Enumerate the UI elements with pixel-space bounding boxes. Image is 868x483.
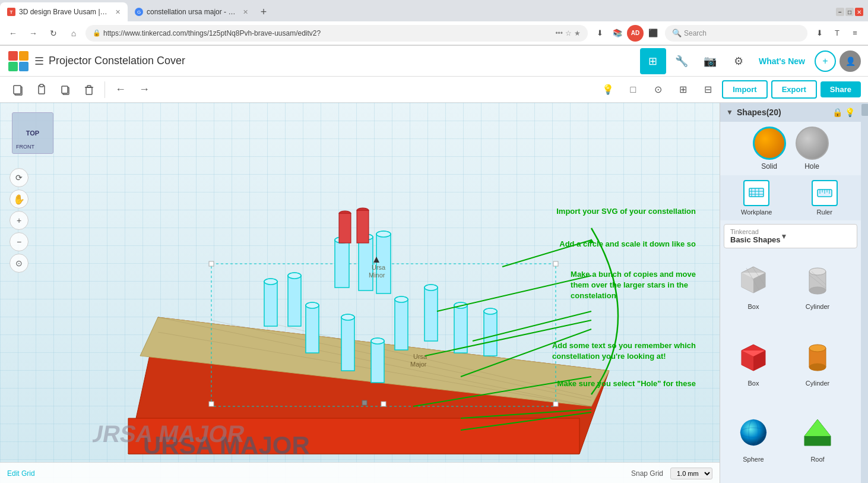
panel-scrollbar[interactable] bbox=[861, 103, 868, 483]
back-button[interactable]: ← bbox=[5, 25, 21, 42]
shape-item-box-red[interactable]: Box bbox=[724, 332, 783, 404]
shape-category[interactable]: Tinkercad Basic Shapes ▼ bbox=[724, 224, 857, 248]
redo-button[interactable]: → bbox=[134, 79, 155, 100]
forward-button[interactable]: → bbox=[25, 25, 42, 42]
svg-text:URSA MAJOR: URSA MAJOR bbox=[93, 421, 247, 447]
ungroup-tool-btn[interactable]: ⊟ bbox=[697, 79, 718, 100]
close-btn[interactable]: ✕ bbox=[855, 8, 863, 16]
view-cube[interactable]: TOP FRONT bbox=[12, 112, 59, 160]
snap-grid-select[interactable]: 1.0 mm 0.5 mm 2.0 mm bbox=[670, 468, 712, 479]
svg-point-50 bbox=[425, 285, 438, 291]
extensions-icon[interactable]: ⬛ bbox=[645, 25, 661, 42]
download-icon[interactable]: ⬇ bbox=[591, 25, 608, 42]
svg-rect-19 bbox=[553, 261, 558, 266]
search-box[interactable]: 🔍 Search bbox=[665, 25, 807, 42]
svg-text:Minor: Minor bbox=[369, 272, 385, 279]
lightbulb-icon[interactable]: 💡 bbox=[845, 108, 855, 117]
shape-item-box-gray[interactable]: Box bbox=[724, 255, 783, 327]
annotation-1: Import your SVG of your constellation bbox=[556, 207, 696, 216]
build-tool-btn[interactable]: 🔧 bbox=[669, 48, 695, 74]
svg-rect-61 bbox=[339, 213, 351, 243]
cylinder-orange-icon bbox=[797, 336, 838, 377]
scroll-thumb[interactable] bbox=[861, 104, 868, 116]
solid-circle bbox=[753, 127, 786, 160]
delete-button[interactable] bbox=[78, 79, 100, 100]
tab-google[interactable]: G constellation ursa major - Google... ✕ bbox=[128, 2, 255, 21]
import-button[interactable]: Import bbox=[722, 80, 767, 99]
home-button[interactable]: ⌂ bbox=[65, 25, 82, 42]
maximize-btn[interactable]: □ bbox=[845, 8, 854, 16]
photo-btn[interactable]: 📷 bbox=[697, 48, 723, 74]
lock-icon[interactable]: 🔒 bbox=[832, 108, 842, 117]
url-box[interactable]: 🔒 https://www.tinkercad.com/things/1z5pt… bbox=[85, 25, 588, 42]
tab-favicon-2: G bbox=[135, 8, 143, 16]
copy-button[interactable] bbox=[7, 79, 28, 100]
url-text: https://www.tinkercad.com/things/1z5ptNq… bbox=[103, 29, 553, 37]
new-tab-button[interactable]: + bbox=[255, 4, 272, 20]
user-avatar[interactable]: 👤 bbox=[840, 50, 861, 72]
light-tool-btn[interactable]: 💡 bbox=[597, 79, 619, 100]
mirror-tool-btn[interactable]: ⊙ bbox=[647, 79, 669, 100]
paste-button[interactable] bbox=[31, 79, 52, 100]
url-more-btn[interactable]: ••• bbox=[555, 29, 563, 37]
shape-item-cylinder-gray[interactable]: Cylinder bbox=[788, 255, 847, 327]
reload-button[interactable]: ↻ bbox=[45, 25, 62, 42]
category-dropdown-arrow[interactable]: ▼ bbox=[781, 232, 788, 241]
hole-selector[interactable]: Hole bbox=[796, 127, 829, 171]
delete-icon bbox=[83, 84, 95, 96]
grid-view-btn[interactable]: ⊞ bbox=[640, 48, 666, 74]
minimize-btn[interactable]: − bbox=[836, 8, 844, 16]
zoom-in-button[interactable]: + bbox=[9, 211, 28, 230]
solid-selector[interactable]: Solid bbox=[753, 127, 786, 171]
svg-point-59 bbox=[371, 338, 384, 344]
svg-rect-18 bbox=[209, 261, 214, 266]
shape-item-sphere-blue[interactable]: Sphere bbox=[724, 408, 783, 480]
align-tool-btn[interactable]: □ bbox=[622, 79, 644, 100]
add-user-button[interactable]: + bbox=[815, 50, 836, 72]
shape-item-cylinder-orange[interactable]: Cylinder bbox=[788, 332, 847, 404]
svg-rect-58 bbox=[371, 341, 384, 383]
zoom-out-button[interactable]: − bbox=[9, 232, 28, 251]
hole-label: Hole bbox=[804, 162, 819, 171]
downloads2-icon[interactable]: ⬇ bbox=[811, 25, 828, 42]
browser-actions: ⬇ 📚 AD ⬛ bbox=[591, 25, 661, 42]
export-button[interactable]: Export bbox=[771, 80, 817, 99]
annotation-3: Make a bunch of copies and movethem over… bbox=[571, 269, 696, 302]
tab-title-1: 3D design Brave Uusam | Tinkerca... bbox=[19, 8, 108, 16]
svg-rect-52 bbox=[454, 305, 467, 353]
panel-main: ▼ Shapes(20) 🔒 💡 Solid bbox=[720, 103, 861, 483]
share-button[interactable]: Share bbox=[821, 81, 861, 97]
ruler-button[interactable]: Ruler bbox=[793, 180, 857, 216]
whats-new-button[interactable]: What's New bbox=[754, 56, 810, 66]
bookmark-icon[interactable]: ★ bbox=[574, 29, 581, 37]
svg-rect-63 bbox=[357, 210, 369, 243]
tab-close-1[interactable]: ✕ bbox=[115, 8, 121, 16]
reader-icon[interactable]: ☆ bbox=[565, 29, 572, 37]
orbit-button[interactable]: ⟳ bbox=[9, 168, 28, 187]
shapes-collapse-arrow[interactable]: ▼ bbox=[726, 108, 733, 116]
menu-icon[interactable]: ☰ bbox=[34, 55, 44, 68]
pan-button[interactable]: ✋ bbox=[9, 190, 28, 209]
toolbar-toggle-icon[interactable]: T bbox=[829, 25, 845, 42]
undo-button[interactable]: ← bbox=[110, 79, 131, 100]
viewport[interactable]: Ursa Minor Ursa Major URSA MAJOR URSA MA… bbox=[0, 103, 720, 483]
cube-front-label: FRONT bbox=[16, 144, 34, 150]
workplane-button[interactable]: Workplane bbox=[725, 180, 788, 216]
edit-grid-button[interactable]: Edit Grid bbox=[7, 469, 35, 478]
duplicate-button[interactable] bbox=[55, 79, 76, 100]
tinkercad-logo[interactable] bbox=[7, 50, 30, 72]
bookmarks-icon[interactable]: 📚 bbox=[609, 25, 626, 42]
tab-tinkercad[interactable]: T 3D design Brave Uusam | Tinkerca... ✕ bbox=[0, 2, 128, 21]
solid-hole-row: Solid Hole bbox=[720, 122, 861, 175]
adblock-icon[interactable]: AD bbox=[627, 25, 644, 42]
group-tool-btn[interactable]: ⊞ bbox=[672, 79, 693, 100]
simulate-btn[interactable]: ⚙ bbox=[726, 48, 752, 74]
shapes-icons: 🔒 💡 bbox=[832, 108, 855, 117]
fit-view-button[interactable]: ⊙ bbox=[9, 254, 28, 273]
browser-menu-icon[interactable]: ≡ bbox=[847, 25, 863, 42]
shape-item-roof-green[interactable]: Roof bbox=[788, 408, 847, 480]
hole-circle bbox=[796, 127, 829, 160]
tab-close-2[interactable]: ✕ bbox=[243, 8, 248, 16]
toolbar: ← → 💡 □ ⊙ ⊞ ⊟ Import Export Share bbox=[0, 77, 868, 103]
workplane-icon bbox=[743, 180, 769, 206]
